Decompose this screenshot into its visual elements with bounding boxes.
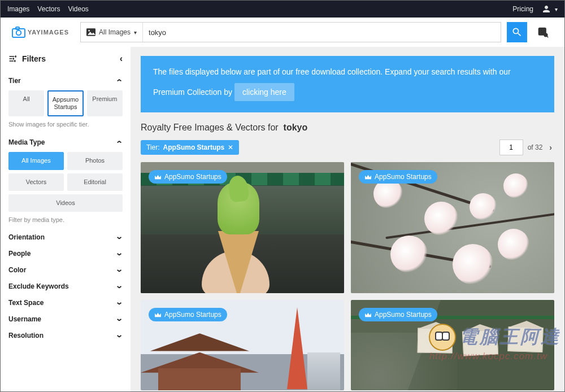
svg-point-6 bbox=[540, 29, 542, 31]
pagination: of 32 › bbox=[499, 140, 554, 155]
search-type-dropdown[interactable]: All Images ▾ bbox=[81, 23, 143, 42]
search-button[interactable] bbox=[507, 22, 527, 42]
filter-orientation[interactable]: Orientation bbox=[8, 233, 123, 242]
tier-badge: AppSumo Startups bbox=[149, 308, 227, 321]
filter-tier-toggle[interactable]: Tier bbox=[8, 76, 123, 85]
search-type-label: All Images bbox=[99, 28, 131, 36]
filters-title: Filters bbox=[22, 54, 46, 63]
tier-badge: AppSumo Startups bbox=[359, 170, 437, 184]
site-logo[interactable]: YAYIMAGES bbox=[12, 26, 69, 38]
nav-videos[interactable]: Videos bbox=[68, 5, 88, 13]
search-icon bbox=[511, 27, 523, 38]
results-grid: AppSumo Startups AppSumo Startups bbox=[141, 162, 554, 391]
sliders-icon bbox=[8, 54, 18, 63]
tier-badge: AppSumo Startups bbox=[149, 170, 227, 184]
svg-point-1 bbox=[16, 31, 21, 35]
result-card[interactable]: AppSumo Startups bbox=[141, 300, 344, 390]
chevron-down-icon: ▾ bbox=[555, 6, 558, 12]
tier-badge: AppSumo Startups bbox=[359, 308, 437, 321]
tier-hint: Show images for specific tier. bbox=[8, 121, 123, 128]
top-nav-links: Images Vectors Videos bbox=[7, 5, 89, 13]
page-next-button[interactable]: › bbox=[547, 143, 554, 152]
image-search-icon bbox=[537, 27, 549, 38]
filter-resolution[interactable]: Resolution bbox=[8, 332, 123, 340]
filters-header: Filters ‹ bbox=[8, 54, 123, 64]
banner-cta[interactable]: clicking here bbox=[234, 83, 294, 101]
page-total: of 32 bbox=[528, 143, 543, 151]
media-photos[interactable]: Photos bbox=[67, 152, 123, 169]
filter-color[interactable]: Color bbox=[8, 266, 123, 275]
logo-text: YAYIMAGES bbox=[28, 29, 69, 36]
image-icon bbox=[86, 28, 95, 36]
chevron-down-icon: ▾ bbox=[134, 29, 137, 36]
chip-remove-icon[interactable]: ✕ bbox=[228, 143, 233, 151]
svg-point-8 bbox=[15, 56, 16, 58]
crown-icon bbox=[154, 174, 162, 180]
result-card[interactable]: AppSumo Startups bbox=[351, 162, 554, 293]
svg-point-4 bbox=[88, 30, 90, 32]
user-menu[interactable]: ▾ bbox=[541, 4, 558, 14]
top-navbar: Images Vectors Videos Pricing ▾ bbox=[1, 1, 564, 18]
filter-people[interactable]: People bbox=[8, 250, 123, 258]
tier-premium[interactable]: Premium bbox=[87, 90, 123, 116]
filter-exclude-keywords[interactable]: Exclude Keywords bbox=[8, 282, 123, 291]
search-bar-row: YAYIMAGES All Images ▾ bbox=[1, 18, 564, 47]
media-videos[interactable]: Videos bbox=[8, 194, 123, 212]
svg-point-7 bbox=[544, 33, 547, 37]
result-card[interactable]: AppSumo Startups bbox=[351, 300, 554, 390]
filter-media-toggle[interactable]: Media Type bbox=[8, 138, 123, 146]
banner-text: The files displayed below are part of ou… bbox=[153, 67, 511, 97]
svg-point-9 bbox=[12, 58, 14, 60]
collapse-sidebar-button[interactable]: ‹ bbox=[120, 54, 123, 64]
svg-point-10 bbox=[14, 60, 16, 62]
media-all-images[interactable]: All Images bbox=[8, 152, 64, 169]
nav-pricing[interactable]: Pricing bbox=[512, 5, 533, 13]
svg-rect-3 bbox=[86, 28, 95, 36]
filters-sidebar: Filters ‹ Tier All Appsumo Startups Prem… bbox=[1, 47, 131, 391]
page-input[interactable] bbox=[499, 140, 523, 155]
visual-search-button[interactable] bbox=[533, 22, 553, 42]
media-vectors[interactable]: Vectors bbox=[8, 173, 64, 191]
active-filter-chip[interactable]: Tier:AppSumo Startups ✕ bbox=[141, 140, 239, 155]
search-container: All Images ▾ bbox=[80, 22, 501, 42]
media-editorial[interactable]: Editorial bbox=[67, 173, 123, 191]
tier-appsumo[interactable]: Appsumo Startups bbox=[47, 90, 83, 116]
result-card[interactable]: AppSumo Startups bbox=[141, 162, 344, 293]
filter-tier: Tier All Appsumo Startups Premium Show i… bbox=[8, 76, 123, 128]
camera-icon bbox=[12, 26, 25, 38]
crown-icon bbox=[154, 312, 162, 318]
filter-username[interactable]: Username bbox=[8, 315, 123, 324]
crown-icon bbox=[364, 174, 372, 180]
crown-icon bbox=[364, 312, 372, 318]
premium-banner: The files displayed below are part of ou… bbox=[141, 56, 554, 112]
filter-text-space[interactable]: Text Space bbox=[8, 299, 123, 307]
user-icon bbox=[541, 4, 551, 14]
media-hint: Filter by media type. bbox=[8, 216, 123, 223]
results-title: Royalty Free Images & Vectors for tokyo bbox=[141, 123, 564, 133]
nav-images[interactable]: Images bbox=[7, 5, 29, 13]
results-controls: Tier:AppSumo Startups ✕ of 32 › bbox=[141, 140, 554, 155]
nav-vectors[interactable]: Vectors bbox=[37, 5, 60, 13]
filter-media-type: Media Type All Images Photos Vectors Edi… bbox=[8, 138, 123, 223]
search-input[interactable] bbox=[143, 23, 501, 42]
tier-all[interactable]: All bbox=[8, 90, 44, 116]
results-content[interactable]: The files displayed below are part of ou… bbox=[131, 47, 564, 391]
